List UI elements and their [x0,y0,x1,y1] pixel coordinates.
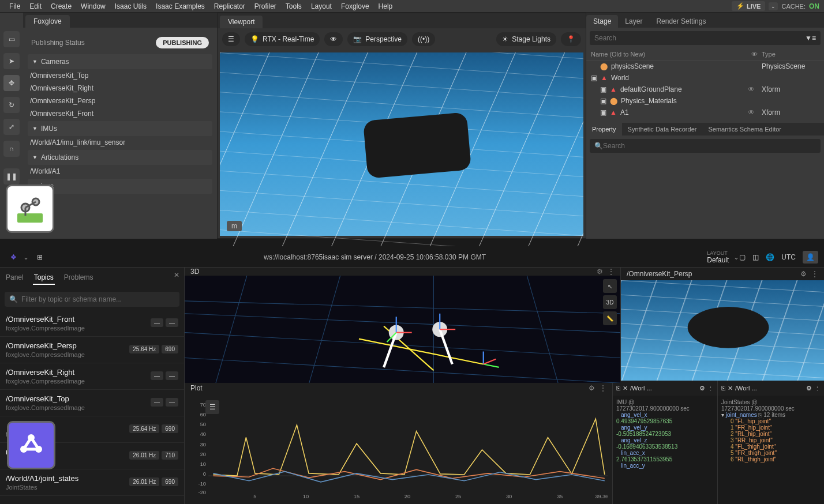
tool-pause-icon[interactable]: ❚❚ [3,168,20,185]
camera-item[interactable]: /OmniverseKit_Top [28,69,212,82]
close-icon[interactable]: ✕ [174,271,179,285]
legend-toggle-icon[interactable]: ☰ [205,400,219,414]
live-badge[interactable]: LIVE [732,1,765,11]
location-icon[interactable]: 📍 [561,32,581,46]
plot-area[interactable]: ☰ 706050 403020 100-10-20 [185,396,612,504]
gear-icon[interactable]: ⚙ [800,270,807,278]
layout-selector[interactable]: LAYOUT Default [707,250,729,264]
section-articulations[interactable]: Articulations [28,150,212,165]
camera-item[interactable]: /OmniverseKit_Front [28,107,212,120]
eye-icon[interactable]: 👁 [748,108,758,116]
imu-item[interactable]: /World/A1/imu_link/imu_sensor [28,136,212,149]
menu-replicator[interactable]: Replicator [209,2,250,10]
visibility-icon[interactable]: 👁 [324,32,343,46]
menu-edit[interactable]: Edit [25,2,46,10]
expand-icon[interactable]: ▣ [600,97,606,105]
camera-image-view[interactable] [621,280,824,381]
menu-foxglove[interactable]: Foxglove [336,2,374,10]
lights-dropdown[interactable]: ☀ Stage Lights [496,32,556,46]
render-mode-dropdown[interactable]: 💡 RTX - Real-Time [245,32,320,46]
user-icon[interactable]: 👤 [803,251,818,264]
viewport-settings-icon[interactable]: ☰ [222,32,240,46]
stage-row[interactable]: ⬤physicsScene PhysicsScene [586,61,824,72]
tab-render-settings[interactable]: Render Settings [649,15,713,28]
3d-viewport[interactable]: ↖ 3D 📏 [185,276,620,383]
tab-stage[interactable]: Stage [586,15,618,28]
stage-row[interactable]: ▣ ⬤Physics_Materials [586,95,824,107]
topic-item[interactable]: 25.64 Hz690 /OmniverseKit_Perspfoxglove.… [0,337,184,363]
articulation-item[interactable]: /World/A1 [28,165,212,178]
menu-isaac-examples[interactable]: Isaac Examples [151,2,209,10]
menu-tools[interactable]: Tools [281,2,306,10]
foxglove-logo-icon[interactable]: ❖ [6,250,21,265]
tool-scale-icon[interactable]: ⤢ [3,119,20,135]
topic-filter-input[interactable] [21,295,175,303]
tab-topics[interactable]: Topics [33,271,55,285]
live-dropdown-icon[interactable]: ⌄ [769,2,778,10]
stage-row[interactable]: ▣ ▲World [586,72,824,84]
tool-rotate-icon[interactable]: ↻ [3,97,20,113]
section-settings[interactable]: ings [28,179,212,194]
tool-pointer-icon[interactable]: ➤ [3,53,20,69]
more-icon[interactable]: ⋮ [608,268,615,276]
tab-synthetic-data[interactable]: Synthetic Data Recorder [622,123,703,136]
menu-icon[interactable]: ≡ [812,34,816,42]
tab-layer[interactable]: Layer [618,15,649,28]
topic-item[interactable]: 26.01 Hz690 /World/A1/joint_statesJointS… [0,469,184,496]
more-icon[interactable]: ⋮ [600,384,606,392]
menu-window[interactable]: Window [76,2,110,10]
gear-icon[interactable]: ⚙ [597,268,603,276]
menu-file[interactable]: File [5,2,25,10]
tool-select-icon[interactable]: ▭ [3,31,20,47]
copy-icon[interactable]: ⎘ [616,385,620,392]
eye-icon[interactable]: 👁 [748,85,758,93]
3d-tool-icon[interactable]: 3D [603,295,617,309]
expand-icon[interactable]: ▣ [591,74,597,82]
property-search-input[interactable] [603,142,816,150]
expand-icon[interactable]: ▣ [600,85,606,93]
camera-item[interactable]: /OmniverseKit_Right [28,82,212,95]
stage-row[interactable]: ▣ ▲defaultGroundPlane 👁Xform [586,84,824,95]
close-icon[interactable]: ✕ [728,385,733,392]
col-type[interactable]: Type [762,51,819,58]
measure-tool-icon[interactable]: 📏 [603,311,617,325]
expand-icon[interactable]: ▣ [600,108,606,116]
tool-move-icon[interactable]: ✥ [3,75,20,91]
menu-help[interactable]: Help [374,2,398,10]
add-panel-icon[interactable]: ⊞ [37,253,43,261]
gear-icon[interactable]: ⚙ [699,385,705,392]
foxglove-app-icon[interactable] [7,421,55,469]
topic-item[interactable]: —— /OmniverseKit_Frontfoxglove.Compresse… [0,310,184,337]
chevron-down-icon[interactable]: ⌄ [733,253,739,261]
copy-icon[interactable]: ⎘ [721,385,725,392]
menu-profiler[interactable]: Profiler [250,2,281,10]
chevron-down-icon[interactable]: ⌄ [23,253,29,261]
layout-single-icon[interactable]: ▢ [739,253,746,261]
gear-icon[interactable]: ⚙ [589,384,595,392]
section-imus[interactable]: IMUs [28,121,212,136]
camera-dropdown[interactable]: 📷 Perspective [347,32,407,46]
stage-row[interactable]: ▣ ▲A1 👁Xform [586,107,824,118]
tab-foxglove[interactable]: Foxglove [25,15,70,28]
tab-panel[interactable]: Panel [5,271,25,285]
tab-problems[interactable]: Problems [63,271,95,285]
tool-snap-icon[interactable]: ∩ [3,141,20,157]
tab-semantics[interactable]: Semantics Schema Editor [702,123,787,136]
topic-item[interactable]: —— /OmniverseKit_Rightfoxglove.Compresse… [0,363,184,390]
isaac-sim-app-icon[interactable] [6,185,54,233]
globe-icon[interactable]: 🌐 [766,253,774,261]
camera-item[interactable]: /OmniverseKit_Persp [28,95,212,107]
viewport-3d[interactable]: m [220,52,583,236]
more-icon[interactable]: ⋮ [811,270,818,278]
tab-viewport[interactable]: Viewport [220,16,263,28]
gear-icon[interactable]: ⚙ [806,385,812,392]
menu-layout[interactable]: Layout [306,2,336,10]
col-name[interactable]: Name (Old to New) [591,51,751,58]
stage-search-input[interactable] [594,34,805,42]
audio-icon[interactable]: ((•)) [412,32,435,46]
menu-isaac-utils[interactable]: Isaac Utils [110,2,151,10]
filter-icon[interactable]: ▼ [805,34,812,42]
pointer-tool-icon[interactable]: ↖ [603,279,617,293]
close-icon[interactable]: ✕ [623,385,628,392]
section-cameras[interactable]: Cameras [28,54,212,69]
